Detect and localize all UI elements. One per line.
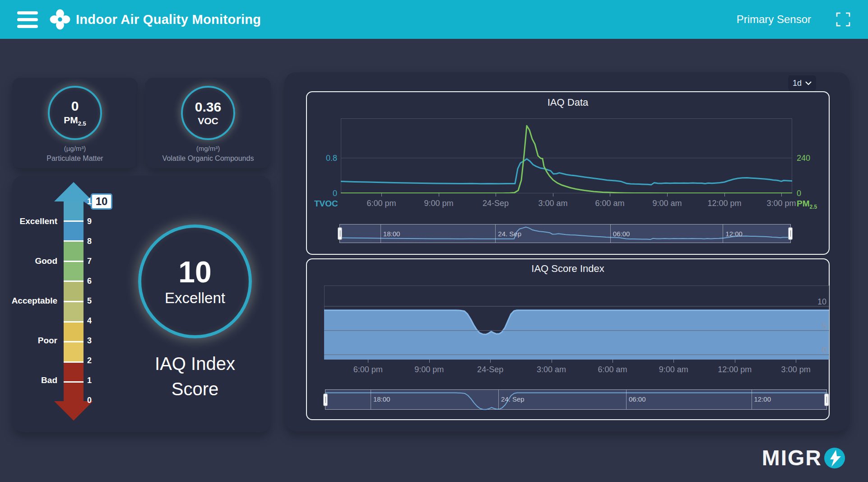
gauge-bar xyxy=(64,201,84,402)
pm25-label: PM2.5 xyxy=(64,115,86,127)
pm25-unit: (µg/m³) xyxy=(12,145,138,152)
voc-description: Volatile Organic Compounds xyxy=(145,154,271,163)
gauge-segment xyxy=(64,342,84,363)
x-axis-tick-label: 24-Sep xyxy=(477,365,503,374)
pm25-description: Particulate Matter xyxy=(12,154,138,163)
iaq-data-navigator[interactable]: 18:0024. Sep06:0012:00 xyxy=(339,224,791,243)
gauge-segment xyxy=(64,383,84,402)
navigator-time-label: 06:00 xyxy=(629,395,646,403)
gauge-segment xyxy=(64,282,84,302)
chevron-down-icon xyxy=(805,81,812,85)
x-axis-tick-label: 12:00 pm xyxy=(718,365,752,374)
x-axis-tick-label: 3:00 pm xyxy=(781,365,811,374)
y-axis-tick-label: 240 xyxy=(797,154,824,163)
gauge-segment xyxy=(64,323,84,343)
gauge-category-label: Acceptable xyxy=(3,296,57,306)
x-axis-tick-label: 9:00 pm xyxy=(414,365,444,374)
navigator-left-handle[interactable] xyxy=(338,227,342,240)
iaq-score-navigator[interactable]: 18:0024. Sep06:0012:00 xyxy=(325,389,827,410)
charts-card: 1d IAQ Data 18:0024. Sep06:0012:00 00.80… xyxy=(284,72,849,431)
gauge-tick-label: 9 xyxy=(87,217,105,226)
iaq-score-caption: IAQ Index Score xyxy=(138,351,252,402)
gauge-segment xyxy=(64,262,84,282)
x-axis-tick-label: 3:00 am xyxy=(538,199,567,208)
time-range-value: 1d xyxy=(793,79,802,88)
y-axis-tick-label: 5 xyxy=(810,322,826,331)
navigator-gridline xyxy=(610,225,611,243)
x-axis-tick-mark xyxy=(781,193,782,197)
hamburger-menu-icon[interactable] xyxy=(17,11,38,28)
gauge-segment xyxy=(64,201,84,222)
x-axis-tick-mark xyxy=(796,360,796,363)
x-axis-tick-mark xyxy=(667,193,668,197)
y-axis-tick-label: 0 xyxy=(810,346,826,355)
iaq-score-panel: IAQ Score Index 18:0024. Sep06:0012:00 1… xyxy=(306,258,830,420)
gauge-category-label: Bad xyxy=(3,375,57,385)
header-bar: Indoor Air Quality Monitoring Primary Se… xyxy=(0,0,868,39)
x-axis-tick-mark xyxy=(368,360,368,363)
navigator-gridline xyxy=(381,225,381,243)
x-axis-tick-mark xyxy=(673,360,674,363)
navigator-time-label: 18:00 xyxy=(383,230,400,238)
pm25-axis-label: PM2.5 xyxy=(797,199,817,210)
y-axis-tick-label: 10 xyxy=(810,297,826,307)
gauge-tick-label: 1 xyxy=(87,376,105,385)
fan-icon xyxy=(50,9,70,30)
sensor-name-label: Primary Sensor xyxy=(737,13,811,26)
x-axis-tick-label: 3:00 pm xyxy=(766,199,796,208)
gauge-segment xyxy=(64,222,84,242)
x-axis-tick-label: 3:00 am xyxy=(537,365,566,374)
x-axis-tick-label: 9:00 am xyxy=(659,365,688,374)
x-axis-tick-label: 6:00 pm xyxy=(353,365,383,374)
x-axis-tick-label: 12:00 pm xyxy=(707,199,741,208)
pm25-stat-card: 0 PM2.5 (µg/m³) Particulate Matter xyxy=(12,78,138,168)
page-title: Indoor Air Quality Monitoring xyxy=(76,12,261,27)
iaq-score-plot[interactable] xyxy=(324,285,829,360)
voc-gauge-circle: 0.36 VOC xyxy=(181,86,235,140)
gauge-segment xyxy=(64,302,84,323)
navigator-left-handle[interactable] xyxy=(323,393,328,406)
voc-value: 0.36 xyxy=(195,99,221,115)
x-axis-tick-mark xyxy=(613,360,613,363)
navigator-right-handle[interactable] xyxy=(788,227,793,240)
iaq-score-chart-title: IAQ Score Index xyxy=(307,263,829,275)
x-axis-tick-label: 6:00 am xyxy=(595,199,624,208)
navigator-gridline xyxy=(626,390,627,409)
y-axis-tick-label: 0 xyxy=(310,189,337,198)
migro-logo-text: MIGR xyxy=(762,445,822,470)
navigator-time-label: 12:00 xyxy=(754,395,771,403)
x-axis-tick-mark xyxy=(724,193,725,197)
gauge-tick-label: 4 xyxy=(87,316,105,325)
x-axis-tick-mark xyxy=(553,193,553,197)
gauge-segment xyxy=(64,363,84,383)
x-axis-tick-label: 24-Sep xyxy=(483,199,509,208)
x-axis-tick-mark xyxy=(439,193,439,197)
gauge-tick-label: 2 xyxy=(87,356,105,365)
navigator-gridline xyxy=(752,390,752,409)
time-range-select[interactable]: 1d xyxy=(788,75,816,91)
iaq-score-label: Excellent xyxy=(165,290,225,307)
navigator-time-label: 12:00 xyxy=(725,230,743,238)
gauge-tick-label: 8 xyxy=(87,237,105,246)
navigator-time-label: 18:00 xyxy=(373,395,390,403)
x-axis-tick-mark xyxy=(490,360,491,363)
lightning-bolt-icon xyxy=(823,446,846,470)
x-axis-tick-mark xyxy=(496,193,496,197)
x-axis-tick-label: 9:00 am xyxy=(652,199,682,208)
voc-stat-card: 0.36 VOC (mg/m³) Volatile Organic Compou… xyxy=(145,78,271,168)
navigator-gridline xyxy=(371,390,371,409)
fullscreen-icon[interactable] xyxy=(836,12,851,27)
gauge-category-label: Excellent xyxy=(3,216,57,226)
iaq-data-chart-title: IAQ Data xyxy=(307,97,829,108)
x-axis-tick-label: 6:00 pm xyxy=(367,199,396,208)
navigator-time-label: 06:00 xyxy=(613,230,630,238)
gauge-tick-label: 7 xyxy=(87,257,105,266)
voc-label: VOC xyxy=(198,116,218,126)
iaq-data-plot[interactable] xyxy=(341,118,792,193)
migro-logo: MIGR xyxy=(762,445,846,470)
x-axis-tick-mark xyxy=(381,193,382,197)
navigator-right-handle[interactable] xyxy=(824,393,829,406)
iaq-score-circle: 10 Excellent xyxy=(138,225,252,338)
x-axis-tick-mark xyxy=(552,360,552,363)
gauge-tick-label: 5 xyxy=(87,296,105,305)
